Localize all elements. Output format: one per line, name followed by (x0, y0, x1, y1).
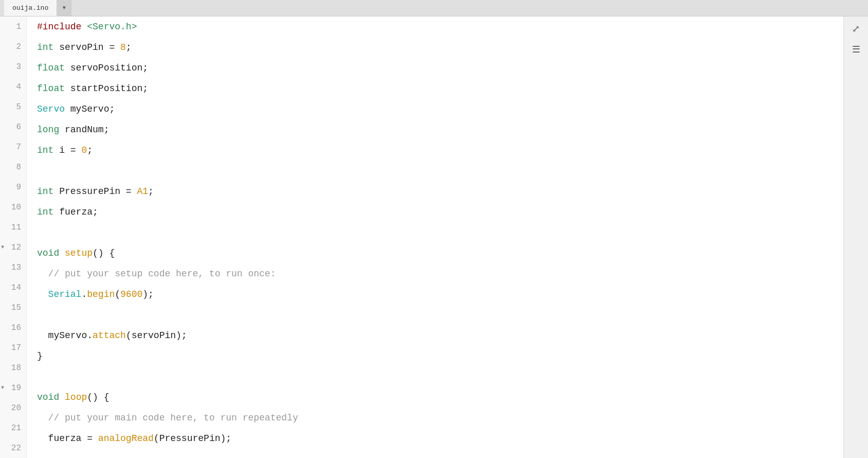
line-number: 21 (0, 418, 26, 438)
line-number: 17 (0, 338, 26, 358)
token-kw-plain: randNum; (59, 125, 109, 135)
token-kw-plain: fuerza; (53, 207, 98, 217)
chevron-down-icon: ▼ (63, 5, 66, 11)
token-kw-plain (37, 289, 48, 300)
token-kw-number: 9600 (120, 289, 142, 300)
code-line: // put your setup code here, to run once… (37, 263, 843, 284)
token-kw-func: attach (93, 330, 126, 341)
token-kw-plain: . (81, 289, 87, 300)
token-kw-plain (59, 392, 65, 402)
token-kw-number: A1 (137, 186, 148, 197)
tab-dropdown-button[interactable]: ▼ (57, 0, 71, 16)
token-kw-type: long (37, 125, 59, 135)
code-line: // put your main code here, to run repea… (37, 408, 843, 428)
token-kw-directive: #include (37, 22, 81, 32)
code-line: Servo myServo; (37, 99, 843, 119)
token-kw-plain: () { (93, 248, 115, 258)
fold-arrow-icon[interactable]: ▼ (1, 385, 4, 391)
line-number: 8 (0, 157, 26, 177)
code-line: int fuerza; (37, 202, 843, 222)
token-kw-func: setup (65, 248, 93, 258)
token-kw-plain: myServo. (37, 330, 93, 341)
line-number: 22 (0, 438, 26, 458)
list-icon[interactable]: ☰ (848, 41, 864, 58)
line-numbers-column: 1234567891011▼12131415161718▼19202122 (0, 16, 27, 458)
line-number: 5 (0, 97, 26, 117)
token-kw-plain: PressurePin = (53, 186, 137, 197)
file-tab[interactable]: ouija.ino (4, 0, 57, 16)
token-kw-plain: myServo; (65, 104, 115, 114)
fold-arrow-icon[interactable]: ▼ (1, 244, 4, 250)
token-kw-comment: // put your setup code here, to run once… (37, 269, 276, 279)
line-number: 7 (0, 137, 26, 157)
line-number: 13 (0, 257, 26, 277)
line-number: ▼19 (0, 378, 26, 398)
token-kw-header: <Servo.h> (87, 22, 137, 32)
line-number: 1 (0, 16, 26, 37)
line-number: 10 (0, 197, 26, 217)
token-kw-type: float (37, 63, 65, 73)
code-line (37, 305, 843, 325)
code-line: myServo.attach(servoPin); (37, 325, 843, 346)
token-kw-plain: servoPin = (53, 42, 120, 52)
code-column[interactable]: #include <Servo.h>int servoPin = 8;float… (27, 16, 843, 458)
token-kw-number: 0 (81, 145, 87, 155)
token-kw-plain: ); (142, 289, 154, 300)
token-kw-type: void (37, 248, 59, 258)
token-kw-func: begin (87, 289, 115, 300)
code-line: fuerza = analogRead(PressurePin); (37, 428, 843, 449)
code-line: float servoPosition; (37, 58, 843, 78)
token-kw-class: Serial (48, 289, 82, 300)
token-kw-type: int (37, 186, 53, 197)
right-panel: ⤢ ☰ (843, 16, 868, 458)
token-kw-type: float (37, 83, 65, 94)
code-line: float startPosition; (37, 78, 843, 99)
token-kw-type: int (37, 207, 53, 217)
token-kw-plain: ; (87, 145, 93, 155)
token-kw-plain: fuerza = (37, 433, 98, 444)
token-kw-number: 8 (120, 42, 126, 52)
code-line: int servoPin = 8; (37, 37, 843, 58)
line-number: 18 (0, 358, 26, 378)
code-line: #include <Servo.h> (37, 16, 843, 37)
token-kw-func: analogRead (98, 433, 154, 444)
token-kw-plain: } (37, 351, 43, 361)
line-number: 2 (0, 37, 26, 57)
code-line (37, 366, 843, 387)
top-bar: ouija.ino ▼ (0, 0, 868, 16)
code-line: int PressurePin = A1; (37, 181, 843, 202)
code-line (37, 449, 843, 458)
code-line (37, 222, 843, 243)
token-kw-func: loop (65, 392, 87, 402)
code-line: void loop() { (37, 387, 843, 408)
code-line: void setup() { (37, 243, 843, 263)
code-line: long randNum; (37, 119, 843, 140)
code-line (37, 161, 843, 181)
line-number: 9 (0, 177, 26, 197)
line-number: 14 (0, 277, 26, 297)
editor-container: 1234567891011▼12131415161718▼19202122 #i… (0, 16, 868, 458)
line-number: 3 (0, 57, 26, 77)
token-kw-plain: (PressurePin); (154, 433, 231, 444)
line-number: 4 (0, 77, 26, 97)
token-kw-type: void (37, 392, 59, 402)
token-kw-plain: servoPosition; (65, 63, 148, 73)
line-number: ▼12 (0, 237, 26, 257)
token-kw-type: int (37, 145, 53, 155)
expand-icon[interactable]: ⤢ (848, 21, 864, 37)
token-kw-plain: ; (126, 42, 132, 52)
token-kw-type: int (37, 42, 53, 52)
token-kw-plain: startPosition; (65, 83, 148, 94)
token-kw-comment: // put your main code here, to run repea… (37, 413, 298, 423)
token-kw-plain (59, 248, 65, 258)
code-line: int i = 0; (37, 140, 843, 161)
line-number: 16 (0, 318, 26, 338)
token-kw-plain (81, 22, 87, 32)
code-line: Serial.begin(9600); (37, 284, 843, 305)
tab-label: ouija.ino (12, 4, 48, 12)
token-kw-plain: () { (87, 392, 109, 402)
token-kw-plain: ( (115, 289, 120, 300)
line-number: 6 (0, 117, 26, 137)
line-number: 20 (0, 398, 26, 418)
line-number: 15 (0, 297, 26, 318)
